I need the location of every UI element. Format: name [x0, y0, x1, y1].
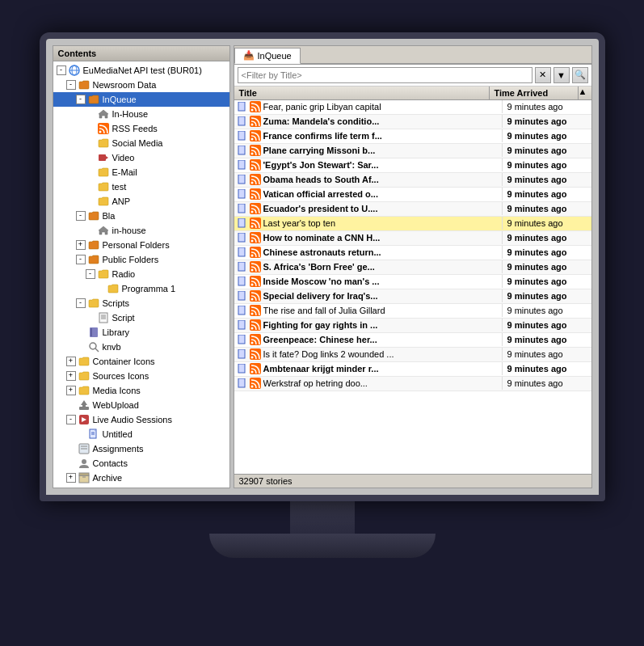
news-row[interactable]: Plane carrying Missoni b...9 minutes ago — [234, 144, 591, 158]
tree-item-programma1[interactable]: Programma 1 — [53, 281, 229, 296]
doc-icon — [238, 335, 247, 344]
news-time: 9 minutes ago — [503, 261, 591, 272]
tree-item-library[interactable]: Library — [53, 325, 229, 340]
doc-icon — [238, 320, 247, 330]
filter-input[interactable] — [238, 67, 532, 83]
expand-icon-sourceicons[interactable]: + — [66, 371, 76, 381]
filter-clear-btn[interactable]: ✕ — [535, 67, 551, 83]
tree-item-anp[interactable]: ANP — [53, 194, 229, 209]
news-title-cell: Plane carrying Missoni b... — [234, 144, 503, 157]
svg-point-5 — [99, 130, 101, 133]
news-title: Plane carrying Missoni b... — [263, 146, 376, 155]
filter-dropdown-btn[interactable]: ▼ — [554, 67, 570, 83]
rss-icon — [250, 363, 261, 374]
news-row[interactable]: Is it fate? Dog links 2 wounded ...9 min… — [234, 348, 591, 362]
svg-rect-73 — [238, 306, 245, 315]
icon-newsroom — [78, 78, 90, 91]
icon-archive — [78, 471, 90, 484]
news-title: Fear, panic grip Libyan capital — [263, 102, 381, 112]
tree-item-bla[interactable]: -Bla — [53, 209, 229, 223]
tree-item-sourceicons[interactable]: +Sources Icons — [53, 369, 229, 383]
news-row[interactable]: Last year's top ten9 minutes ago — [234, 217, 591, 231]
tree-item-test[interactable]: test — [53, 179, 229, 194]
tree-item-inhouse2[interactable]: in-house — [53, 223, 229, 238]
expand-icon-radio[interactable]: - — [86, 269, 95, 279]
news-row[interactable]: 'Egypt's Jon Stewart': Sar...9 minutes a… — [234, 158, 591, 173]
tree-item-eumed[interactable]: -EuMediaNet API test (BUR01) — [53, 63, 229, 78]
news-row[interactable]: S. Africa's 'Born Free' ge...9 minutes a… — [234, 260, 591, 275]
news-row[interactable]: Fear, panic grip Libyan capital9 minutes… — [234, 100, 591, 115]
inqueue-tab[interactable]: 📥 InQueue — [234, 48, 301, 64]
icon-inhouse — [97, 108, 110, 120]
svg-rect-64 — [238, 262, 245, 271]
news-row[interactable]: The rise and fall of Julia Gillard9 minu… — [234, 304, 591, 319]
news-row[interactable]: Inside Moscow 'no man's ...9 minutes ago — [234, 275, 591, 289]
expand-icon-bla[interactable]: - — [76, 211, 86, 221]
news-row[interactable]: How to nominate a CNN H...9 minutes ago — [234, 231, 591, 246]
doc-icon — [238, 291, 247, 301]
news-row[interactable]: Greenpeace: Chinese her...9 minutes ago — [234, 333, 591, 348]
tree-item-publicfolders[interactable]: -Public Folders — [53, 252, 229, 267]
tree-item-liveaudio[interactable]: -Live Audio Sessions — [53, 412, 229, 427]
expand-icon-mediaicons[interactable]: + — [66, 386, 76, 395]
tree-item-inqueue[interactable]: -InQueue — [53, 92, 229, 107]
tree-item-containericons[interactable]: +Container Icons — [53, 354, 229, 369]
tree-item-inhouse[interactable]: In-House — [53, 107, 229, 121]
doc-icon — [238, 102, 247, 112]
svg-point-90 — [250, 386, 253, 388]
tree-item-email[interactable]: E-Mail — [53, 165, 229, 179]
tree-item-scripts[interactable]: -Scripts — [53, 296, 229, 310]
news-table-body: Fear, panic grip Libyan capital9 minutes… — [234, 100, 591, 474]
svg-point-63 — [250, 255, 253, 257]
tree-item-untitled[interactable]: Untitled — [53, 427, 229, 441]
tree-item-webupload[interactable]: WebUpload — [53, 398, 229, 412]
tree-item-rssfeeds[interactable]: RSS Feeds — [53, 121, 229, 136]
label-publicfolders: Public Folders — [103, 253, 159, 266]
news-row[interactable]: Obama heads to South Af...9 minutes ago — [234, 173, 591, 188]
filter-search-btn[interactable]: 🔍 — [572, 67, 588, 83]
label-inhouse: In-House — [112, 108, 149, 120]
tree-item-video[interactable]: Video — [53, 150, 229, 165]
rss-icon — [250, 378, 261, 389]
tree-item-archive[interactable]: +Archive — [53, 471, 229, 485]
tree-item-radio[interactable]: -Radio — [53, 267, 229, 281]
monitor-base — [209, 534, 436, 558]
expand-icon-inqueue[interactable]: - — [76, 95, 86, 104]
news-title: How to nominate a CNN H... — [263, 233, 381, 243]
expand-icon-personalfolders[interactable]: + — [76, 240, 86, 250]
tree-item-mediaicons[interactable]: +Media Icons — [53, 383, 229, 398]
tree-item-assignments[interactable]: Assignments — [53, 441, 229, 456]
icon-video — [97, 151, 110, 164]
expand-icon-containericons[interactable]: + — [66, 357, 76, 366]
tree-item-socialmedia[interactable]: Social Media — [53, 136, 229, 150]
news-row[interactable]: Zuma: Mandela's conditio...9 minutes ago — [234, 115, 591, 129]
expand-icon-newsroom[interactable]: - — [66, 80, 76, 90]
news-row[interactable]: Ecuador's president to U....9 minutes ag… — [234, 202, 591, 217]
expand-icon-publicfolders[interactable]: - — [76, 255, 86, 264]
tree-item-script[interactable]: Script — [53, 310, 229, 325]
tree-item-knvb[interactable]: knvb — [53, 340, 229, 354]
svg-point-87 — [250, 371, 253, 374]
news-row[interactable]: Vatican official arrested o...9 minutes … — [234, 188, 591, 202]
tree-item-personalfolders[interactable]: +Personal Folders — [53, 238, 229, 252]
doc-icon — [238, 204, 247, 213]
news-row[interactable]: Special delivery for Iraq's...9 minutes … — [234, 289, 591, 304]
news-row[interactable]: Chinese astronauts return...9 minutes ag… — [234, 246, 591, 260]
expand-icon-archive[interactable]: + — [66, 473, 76, 483]
doc-icon — [238, 131, 247, 141]
expand-icon-liveaudio[interactable]: - — [66, 415, 76, 424]
svg-rect-40 — [238, 146, 245, 154]
news-row[interactable]: France confirms life term f...9 minutes … — [234, 129, 591, 144]
monitor-neck — [290, 501, 355, 534]
expand-icon-scripts[interactable]: - — [76, 298, 86, 308]
tree-item-newsroom[interactable]: -Newsroom Data — [53, 78, 229, 92]
label-knvb: knvb — [103, 340, 121, 353]
expand-icon-eumed[interactable]: - — [57, 65, 66, 75]
inqueue-tab-icon: 📥 — [243, 50, 255, 61]
news-row[interactable]: Ambtenaar krijgt minder r...9 minutes ag… — [234, 362, 591, 377]
news-row[interactable]: Werkstraf op hetring doo...9 minutes ago — [234, 377, 591, 391]
icon-assignments — [78, 442, 90, 455]
tree-item-contacts[interactable]: Contacts — [53, 456, 229, 471]
news-row[interactable]: Fighting for gay rights in ...9 minutes … — [234, 319, 591, 333]
doc-icon — [238, 189, 247, 199]
